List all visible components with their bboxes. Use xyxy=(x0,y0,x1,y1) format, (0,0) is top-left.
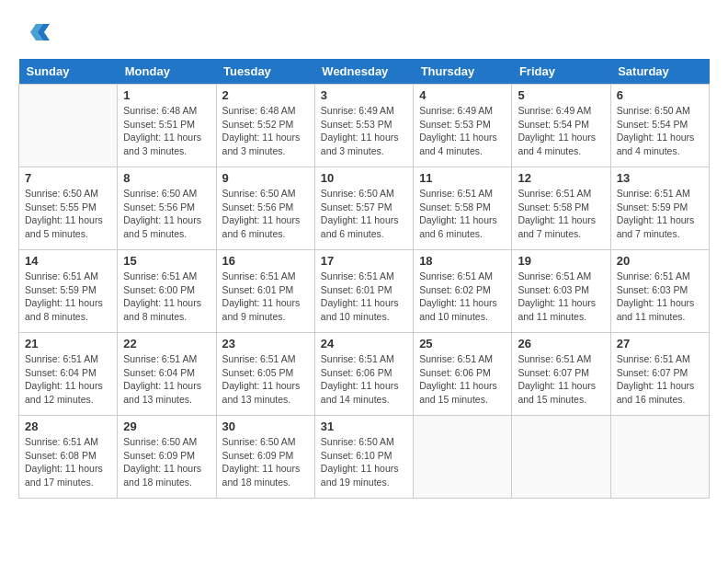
calendar-cell: 25Sunrise: 6:51 AMSunset: 6:06 PMDayligh… xyxy=(414,333,512,416)
calendar-cell: 22Sunrise: 6:51 AMSunset: 6:04 PMDayligh… xyxy=(118,333,216,416)
day-number: 30 xyxy=(222,419,309,433)
calendar-cell: 7Sunrise: 6:50 AMSunset: 5:55 PMDaylight… xyxy=(19,167,118,250)
calendar-cell: 27Sunrise: 6:51 AMSunset: 6:07 PMDayligh… xyxy=(610,333,709,416)
page-header xyxy=(18,18,710,50)
day-info: Sunrise: 6:51 AMSunset: 6:04 PMDaylight:… xyxy=(123,352,210,407)
day-info: Sunrise: 6:50 AMSunset: 5:54 PMDaylight:… xyxy=(617,104,703,158)
day-header-sunday: Sunday xyxy=(19,59,118,85)
logo xyxy=(18,18,50,50)
calendar-cell: 2Sunrise: 6:48 AMSunset: 5:52 PMDaylight… xyxy=(216,85,314,167)
calendar-cell: 28Sunrise: 6:51 AMSunset: 6:08 PMDayligh… xyxy=(19,416,118,499)
day-header-saturday: Saturday xyxy=(610,59,709,85)
day-number: 5 xyxy=(518,88,604,102)
day-number: 16 xyxy=(222,254,309,268)
day-info: Sunrise: 6:50 AMSunset: 5:56 PMDaylight:… xyxy=(222,187,309,241)
calendar-table: SundayMondayTuesdayWednesdayThursdayFrid… xyxy=(18,59,710,499)
day-info: Sunrise: 6:51 AMSunset: 6:01 PMDaylight:… xyxy=(222,270,309,324)
day-info: Sunrise: 6:50 AMSunset: 6:09 PMDaylight:… xyxy=(123,435,210,489)
day-info: Sunrise: 6:51 AMSunset: 5:58 PMDaylight:… xyxy=(518,187,604,241)
calendar-cell: 6Sunrise: 6:50 AMSunset: 5:54 PMDaylight… xyxy=(610,85,709,167)
calendar-cell: 15Sunrise: 6:51 AMSunset: 6:00 PMDayligh… xyxy=(118,250,216,333)
day-info: Sunrise: 6:50 AMSunset: 6:10 PMDaylight:… xyxy=(321,435,407,489)
day-number: 10 xyxy=(321,171,407,185)
calendar-cell: 1Sunrise: 6:48 AMSunset: 5:51 PMDaylight… xyxy=(118,85,216,167)
day-info: Sunrise: 6:51 AMSunset: 6:06 PMDaylight:… xyxy=(419,352,506,407)
day-info: Sunrise: 6:51 AMSunset: 5:58 PMDaylight:… xyxy=(419,187,506,241)
day-number: 24 xyxy=(321,337,407,350)
day-number: 17 xyxy=(321,254,407,268)
day-header-friday: Friday xyxy=(512,59,610,85)
day-info: Sunrise: 6:51 AMSunset: 6:03 PMDaylight:… xyxy=(518,270,604,324)
day-info: Sunrise: 6:50 AMSunset: 6:09 PMDaylight:… xyxy=(222,435,309,489)
day-info: Sunrise: 6:51 AMSunset: 6:07 PMDaylight:… xyxy=(518,352,604,407)
day-number: 22 xyxy=(123,337,210,350)
calendar-cell xyxy=(610,416,709,499)
day-number: 28 xyxy=(25,419,111,433)
calendar-cell: 16Sunrise: 6:51 AMSunset: 6:01 PMDayligh… xyxy=(216,250,314,333)
day-number: 4 xyxy=(419,88,506,102)
calendar-cell: 30Sunrise: 6:50 AMSunset: 6:09 PMDayligh… xyxy=(216,416,314,499)
calendar-cell: 9Sunrise: 6:50 AMSunset: 5:56 PMDaylight… xyxy=(216,167,314,250)
calendar-cell: 13Sunrise: 6:51 AMSunset: 5:59 PMDayligh… xyxy=(610,167,709,250)
day-header-wednesday: Wednesday xyxy=(314,59,413,85)
day-header-monday: Monday xyxy=(118,59,216,85)
day-number: 18 xyxy=(419,254,506,268)
day-info: Sunrise: 6:49 AMSunset: 5:53 PMDaylight:… xyxy=(419,104,506,158)
calendar-cell: 3Sunrise: 6:49 AMSunset: 5:53 PMDaylight… xyxy=(314,85,413,167)
day-number: 19 xyxy=(518,254,604,268)
calendar-cell: 10Sunrise: 6:50 AMSunset: 5:57 PMDayligh… xyxy=(314,167,413,250)
day-info: Sunrise: 6:51 AMSunset: 6:04 PMDaylight:… xyxy=(25,352,111,407)
calendar-cell: 23Sunrise: 6:51 AMSunset: 6:05 PMDayligh… xyxy=(216,333,314,416)
day-header-thursday: Thursday xyxy=(414,59,512,85)
day-info: Sunrise: 6:51 AMSunset: 5:59 PMDaylight:… xyxy=(617,187,703,241)
calendar-cell: 14Sunrise: 6:51 AMSunset: 5:59 PMDayligh… xyxy=(19,250,118,333)
calendar-cell: 4Sunrise: 6:49 AMSunset: 5:53 PMDaylight… xyxy=(414,85,512,167)
day-number: 23 xyxy=(222,337,309,350)
day-info: Sunrise: 6:51 AMSunset: 6:01 PMDaylight:… xyxy=(321,270,407,324)
day-number: 2 xyxy=(222,88,309,102)
calendar-cell: 29Sunrise: 6:50 AMSunset: 6:09 PMDayligh… xyxy=(118,416,216,499)
calendar-cell: 8Sunrise: 6:50 AMSunset: 5:56 PMDaylight… xyxy=(118,167,216,250)
day-info: Sunrise: 6:48 AMSunset: 5:52 PMDaylight:… xyxy=(222,104,309,158)
day-number: 12 xyxy=(518,171,604,185)
logo-icon xyxy=(22,18,50,46)
day-info: Sunrise: 6:51 AMSunset: 6:05 PMDaylight:… xyxy=(222,352,309,407)
day-number: 21 xyxy=(25,337,111,350)
calendar-cell: 20Sunrise: 6:51 AMSunset: 6:03 PMDayligh… xyxy=(610,250,709,333)
calendar-cell: 24Sunrise: 6:51 AMSunset: 6:06 PMDayligh… xyxy=(314,333,413,416)
day-info: Sunrise: 6:51 AMSunset: 6:07 PMDaylight:… xyxy=(617,352,703,407)
day-info: Sunrise: 6:51 AMSunset: 6:02 PMDaylight:… xyxy=(419,270,506,324)
week-row-4: 21Sunrise: 6:51 AMSunset: 6:04 PMDayligh… xyxy=(19,333,710,416)
day-number: 6 xyxy=(617,88,703,102)
calendar-cell xyxy=(414,416,512,499)
day-info: Sunrise: 6:51 AMSunset: 6:03 PMDaylight:… xyxy=(617,270,703,324)
calendar-cell: 19Sunrise: 6:51 AMSunset: 6:03 PMDayligh… xyxy=(512,250,610,333)
header-row: SundayMondayTuesdayWednesdayThursdayFrid… xyxy=(19,59,710,85)
day-number: 29 xyxy=(123,419,210,433)
day-number: 25 xyxy=(419,337,506,350)
day-info: Sunrise: 6:51 AMSunset: 6:00 PMDaylight:… xyxy=(123,270,210,324)
day-info: Sunrise: 6:50 AMSunset: 5:57 PMDaylight:… xyxy=(321,187,407,241)
day-info: Sunrise: 6:51 AMSunset: 6:08 PMDaylight:… xyxy=(25,435,111,489)
calendar-cell: 17Sunrise: 6:51 AMSunset: 6:01 PMDayligh… xyxy=(314,250,413,333)
day-number: 11 xyxy=(419,171,506,185)
week-row-5: 28Sunrise: 6:51 AMSunset: 6:08 PMDayligh… xyxy=(19,416,710,499)
calendar-cell: 31Sunrise: 6:50 AMSunset: 6:10 PMDayligh… xyxy=(314,416,413,499)
day-number: 3 xyxy=(321,88,407,102)
calendar-cell: 5Sunrise: 6:49 AMSunset: 5:54 PMDaylight… xyxy=(512,85,610,167)
day-info: Sunrise: 6:51 AMSunset: 5:59 PMDaylight:… xyxy=(25,270,111,324)
day-info: Sunrise: 6:48 AMSunset: 5:51 PMDaylight:… xyxy=(123,104,210,158)
day-header-tuesday: Tuesday xyxy=(216,59,314,85)
calendar-cell xyxy=(512,416,610,499)
day-number: 9 xyxy=(222,171,309,185)
day-number: 15 xyxy=(123,254,210,268)
day-info: Sunrise: 6:49 AMSunset: 5:53 PMDaylight:… xyxy=(321,104,407,158)
week-row-1: 1Sunrise: 6:48 AMSunset: 5:51 PMDaylight… xyxy=(19,85,710,167)
day-number: 20 xyxy=(617,254,703,268)
day-number: 8 xyxy=(123,171,210,185)
day-info: Sunrise: 6:49 AMSunset: 5:54 PMDaylight:… xyxy=(518,104,604,158)
calendar-cell xyxy=(19,85,118,167)
calendar-cell: 11Sunrise: 6:51 AMSunset: 5:58 PMDayligh… xyxy=(414,167,512,250)
day-number: 1 xyxy=(123,88,210,102)
week-row-2: 7Sunrise: 6:50 AMSunset: 5:55 PMDaylight… xyxy=(19,167,710,250)
